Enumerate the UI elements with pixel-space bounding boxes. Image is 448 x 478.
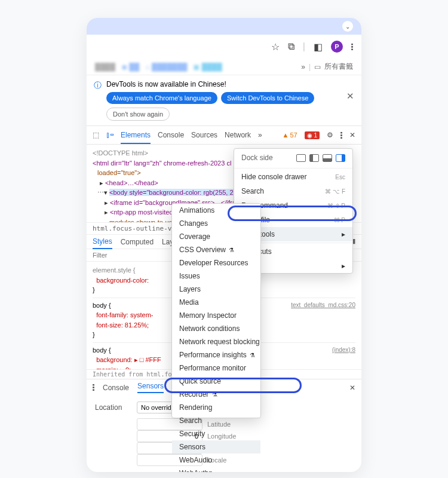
tab-console[interactable]: Console — [158, 131, 184, 139]
devtools-tabs: ⬚ ⫿▭ Elements Console Sources Network » … — [87, 125, 361, 145]
menu-search[interactable]: Search⌘ ⌥ F — [234, 184, 352, 198]
all-bookmarks-link[interactable]: 所有書籤 — [324, 62, 353, 72]
dismiss-chip[interactable]: Don't show again — [106, 108, 170, 121]
close-icon[interactable]: ✕ — [349, 384, 355, 392]
tab-network[interactable]: Network — [225, 131, 251, 139]
submenu-performance-insights[interactable]: Performance insights ⚗ — [172, 348, 260, 361]
submenu-changes[interactable]: Changes — [172, 217, 260, 230]
collapse-chevron[interactable]: ⌄ — [342, 21, 353, 32]
submenu-animations[interactable]: Animations — [172, 204, 260, 217]
submenu-webauthn[interactable]: WebAuthn — [172, 467, 260, 472]
bookmarks-overflow-icon[interactable]: » — [301, 63, 305, 71]
submenu-memory-inspector[interactable]: Memory Inspector — [172, 309, 260, 322]
bookmark-item[interactable]: ⌂ ███████ — [145, 63, 187, 71]
window-topbar: ⌄ — [87, 18, 361, 35]
dock-bottom-icon[interactable] — [323, 154, 332, 162]
tabs-overflow-icon[interactable]: » — [258, 131, 262, 139]
dock-label: Dock side — [241, 154, 273, 162]
tab-elements[interactable]: Elements — [121, 131, 151, 144]
submenu-rendering[interactable]: Rendering — [172, 401, 260, 414]
tab-sensors[interactable]: Sensors — [137, 382, 164, 393]
tab-sources[interactable]: Sources — [191, 131, 217, 139]
submenu-recorder[interactable]: Recorder ⚗ — [172, 388, 260, 401]
divider: | — [303, 41, 305, 52]
close-icon[interactable]: ✕ — [349, 131, 355, 139]
warnings-badge[interactable]: ▲ 57 — [283, 131, 297, 139]
extensions-icon[interactable]: ⧉ — [288, 41, 294, 52]
info-icon: ⓘ — [94, 80, 102, 91]
devtools-menu-icon[interactable] — [340, 131, 342, 139]
submenu-network-request-blocking[interactable]: Network request blocking — [172, 335, 260, 348]
submenu-webaudio[interactable]: WebAudio — [172, 454, 260, 467]
submenu-performance-monitor[interactable]: Performance monitor — [172, 361, 260, 375]
match-language-chip[interactable]: Always match Chrome's language — [106, 92, 217, 104]
tab-computed[interactable]: Computed — [121, 238, 154, 246]
submenu-developer-resources[interactable]: Developer Resources — [172, 256, 260, 269]
bookmark-item[interactable]: ◉ ██ — [121, 63, 139, 71]
bookmark-item[interactable]: ████ — [95, 63, 115, 71]
submenu-security[interactable]: Security — [172, 427, 260, 440]
dock-undock-icon[interactable] — [296, 154, 306, 162]
kebab-menu-icon[interactable] — [351, 43, 353, 51]
menu-hide-drawer[interactable]: Hide console drawerEsc — [234, 170, 352, 184]
bookmark-item[interactable]: ▣ ████ — [193, 63, 222, 71]
submenu-layers[interactable]: Layers — [172, 283, 260, 296]
submenu-sensors[interactable]: Sensors — [172, 440, 260, 454]
browser-toolbar: ☆ ⧉ | ◧ P — [87, 35, 361, 59]
submenu-quick-source[interactable]: Quick source — [172, 375, 260, 388]
dock-right-icon[interactable] — [336, 154, 345, 162]
tab-console-drawer[interactable]: Console — [103, 384, 129, 392]
device-icon[interactable]: ⫿▭ — [106, 131, 113, 139]
folder-icon: ▭ — [314, 63, 321, 71]
submenu-search[interactable]: Search — [172, 414, 260, 427]
language-notice: ⓘ DevTools is now available in Chinese! … — [87, 75, 361, 125]
star-icon[interactable]: ☆ — [271, 41, 280, 53]
location-label: Location — [95, 403, 131, 412]
submenu-coverage[interactable]: Coverage — [172, 230, 260, 243]
inspect-icon[interactable]: ⬚ — [93, 131, 99, 139]
browser-window: ⌄ ☆ ⧉ | ◧ P ████ ◉ ██ ⌂ ███████ ▣ ████ »… — [87, 18, 361, 472]
close-icon[interactable]: ✕ — [346, 91, 354, 102]
panel-icon[interactable]: ◧ — [314, 41, 323, 53]
gear-icon[interactable]: ⚙ — [327, 131, 333, 139]
drawer-menu-icon[interactable] — [93, 384, 94, 391]
submenu-media[interactable]: Media — [172, 296, 260, 309]
dock-left-icon[interactable] — [309, 154, 319, 162]
bookmarks-bar: ████ ◉ ██ ⌂ ███████ ▣ ████ » | ▭ 所有書籤 — [87, 59, 361, 75]
submenu-css-overview[interactable]: CSS Overview ⚗ — [172, 243, 260, 256]
tab-styles[interactable]: Styles — [93, 237, 112, 249]
more-tools-submenu: AnimationsChangesCoverageCSS Overview ⚗D… — [171, 203, 261, 418]
errors-badge[interactable]: ◉ 1 — [305, 131, 320, 139]
profile-avatar[interactable]: P — [331, 41, 343, 53]
submenu-issues[interactable]: Issues — [172, 269, 260, 283]
notice-text: DevTools is now available in Chinese! — [106, 80, 354, 88]
switch-language-chip[interactable]: Switch DevTools to Chinese — [221, 92, 314, 104]
submenu-network-conditions[interactable]: Network conditions — [172, 322, 260, 335]
